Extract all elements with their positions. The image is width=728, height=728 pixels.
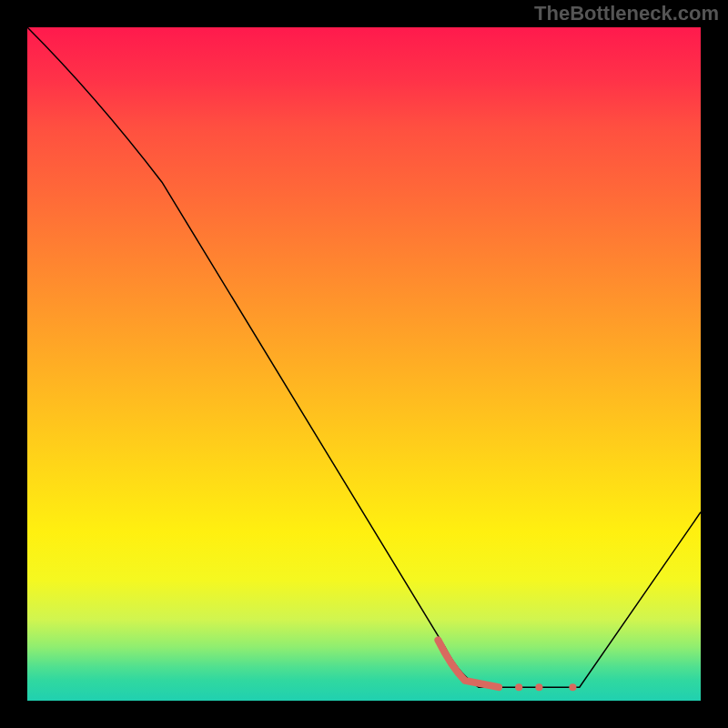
dot [569,683,576,691]
dot [535,683,542,691]
highlight-segment [438,640,499,687]
watermark-text: TheBottleneck.com [534,2,719,25]
main-curve [27,27,701,687]
chart-overlay [27,27,701,701]
dot [515,683,522,691]
